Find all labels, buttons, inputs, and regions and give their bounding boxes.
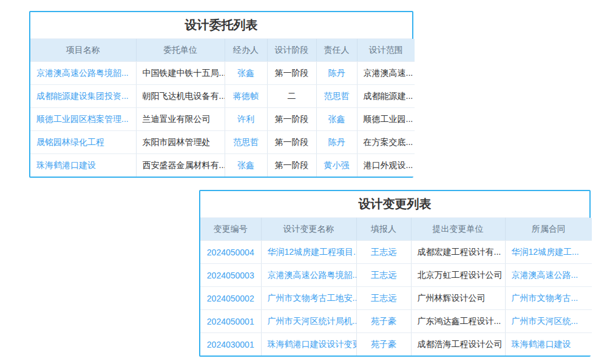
table-row: 京港澳高速公路粤境韶... 中国铁建中铁十五局... 张鑫 第一阶段 陈丹 京港… (30, 62, 415, 85)
col-header-client-unit: 委托单位 (136, 39, 225, 62)
project-name-link[interactable]: 京港澳高速公路粤境韶... (30, 62, 136, 85)
change-name-link[interactable]: 广州市天河区统计局机... (261, 310, 356, 333)
change-no-link[interactable]: 2024030001 (200, 333, 261, 356)
table-row: 珠海鹤港口建设 西安盛器金属材料有... 张鑫 第一阶段 黄小强 港口外观设..… (30, 154, 415, 177)
proposing-unit-cell: 广州林辉设计公司 (411, 287, 505, 310)
change-name-link[interactable]: 华润12城房建工程项目... (261, 241, 356, 264)
handler-link[interactable]: 张鑫 (225, 154, 267, 177)
commission-table: 项目名称 委托单位 经办人 设计阶段 责任人 设计范围 京港澳高速公路粤境韶..… (30, 39, 415, 177)
change-header-row: 变更编号 设计变更名称 填报人 提出变更单位 所属合同 (200, 218, 592, 241)
col-header-change-name: 设计变更名称 (261, 218, 356, 241)
owner-link[interactable]: 陈丹 (316, 62, 357, 85)
col-header-change-no: 变更编号 (200, 218, 261, 241)
client-unit-cell: 兰迪置业有限公司 (136, 108, 225, 131)
design-scope-cell: 顺德工业园... (357, 108, 415, 131)
table-row: 顺德工业园区档案管理... 兰迪置业有限公司 许利 第一阶段 张鑫 顺德工业园.… (30, 108, 415, 131)
reporter-link[interactable]: 王志远 (356, 287, 411, 310)
design-commission-panel: 设计委托列表 项目名称 委托单位 经办人 设计阶段 责任人 设计范围 京港澳高速… (29, 11, 413, 178)
reporter-link[interactable]: 王志远 (356, 241, 411, 264)
col-header-project-name: 项目名称 (30, 39, 136, 62)
proposing-unit-cell: 成都宏建工程设计有... (411, 241, 505, 264)
commission-table-title: 设计委托列表 (30, 12, 412, 39)
design-stage-cell: 第一阶段 (267, 62, 316, 85)
col-header-handler: 经办人 (225, 39, 267, 62)
col-header-reporter: 填报人 (356, 218, 411, 241)
change-name-link[interactable]: 京港澳高速公路粤境韶... (261, 264, 356, 287)
owner-link[interactable]: 黄小强 (316, 154, 357, 177)
contract-link[interactable]: 珠海鹤港口建设 (505, 333, 592, 356)
project-name-link[interactable]: 成都能源建设集团投资... (30, 85, 136, 108)
design-scope-cell: 在方案交底... (357, 131, 415, 154)
project-name-link[interactable]: 珠海鹤港口建设 (30, 154, 136, 177)
proposing-unit-cell: 北京万虹工程设计公司 (411, 264, 505, 287)
design-stage-cell: 二 (267, 85, 316, 108)
table-row: 2024030001 珠海鹤港口建设设计变更 苑子豪 成都浩海工程设计公司 珠海… (200, 333, 592, 356)
change-no-link[interactable]: 2024050002 (200, 287, 261, 310)
project-name-link[interactable]: 晟铭园林绿化工程 (30, 131, 136, 154)
design-stage-cell: 第一阶段 (267, 154, 316, 177)
reporter-link[interactable]: 王志远 (356, 264, 411, 287)
project-name-link[interactable]: 顺德工业园区档案管理... (30, 108, 136, 131)
owner-link[interactable]: 陈丹 (316, 131, 357, 154)
client-unit-cell: 朝阳飞达机电设备有... (136, 85, 225, 108)
reporter-link[interactable]: 苑子豪 (356, 310, 411, 333)
table-row: 2024050003 京港澳高速公路粤境韶... 王志远 北京万虹工程设计公司 … (200, 264, 592, 287)
proposing-unit-cell: 成都浩海工程设计公司 (411, 333, 505, 356)
col-header-owner: 责任人 (316, 39, 357, 62)
table-row: 2024050001 广州市天河区统计局机... 苑子豪 广东鸿达鑫工程设计..… (200, 310, 592, 333)
table-row: 成都能源建设集团投资... 朝阳飞达机电设备有... 蒋德帧 二 范思哲 成都能… (30, 85, 415, 108)
design-scope-cell: 港口外观设... (357, 154, 415, 177)
design-scope-cell: 成都能源建... (357, 85, 415, 108)
col-header-design-scope: 设计范围 (357, 39, 415, 62)
contract-link[interactable]: 华润12城房建工... (505, 241, 592, 264)
contract-link[interactable]: 广州市天河区统... (505, 310, 592, 333)
table-row: 2024050002 广州市文物考古工地安... 王志远 广州林辉设计公司 广州… (200, 287, 592, 310)
client-unit-cell: 东阳市园林管理处 (136, 131, 225, 154)
contract-link[interactable]: 广州市文物考古... (505, 287, 592, 310)
handler-link[interactable]: 许利 (225, 108, 267, 131)
change-no-link[interactable]: 2024050004 (200, 241, 261, 264)
design-stage-cell: 第一阶段 (267, 131, 316, 154)
change-table: 变更编号 设计变更名称 填报人 提出变更单位 所属合同 2024050004 华… (200, 218, 592, 356)
proposing-unit-cell: 广东鸿达鑫工程设计... (411, 310, 505, 333)
design-stage-cell: 第一阶段 (267, 108, 316, 131)
handler-link[interactable]: 范思哲 (225, 131, 267, 154)
contract-link[interactable]: 京港澳高速公路... (505, 264, 592, 287)
change-no-link[interactable]: 2024050003 (200, 264, 261, 287)
design-scope-cell: 京港澳高速... (357, 62, 415, 85)
reporter-link[interactable]: 苑子豪 (356, 333, 411, 356)
col-header-contract: 所属合同 (505, 218, 592, 241)
col-header-design-stage: 设计阶段 (267, 39, 316, 62)
handler-link[interactable]: 张鑫 (225, 62, 267, 85)
col-header-proposing-unit: 提出变更单位 (411, 218, 505, 241)
change-no-link[interactable]: 2024050001 (200, 310, 261, 333)
table-row: 2024050004 华润12城房建工程项目... 王志远 成都宏建工程设计有.… (200, 241, 592, 264)
design-change-panel: 设计变更列表 变更编号 设计变更名称 填报人 提出变更单位 所属合同 20240… (199, 190, 591, 357)
change-name-link[interactable]: 广州市文物考古工地安... (261, 287, 356, 310)
client-unit-cell: 西安盛器金属材料有... (136, 154, 225, 177)
owner-link[interactable]: 范思哲 (316, 85, 357, 108)
change-name-link[interactable]: 珠海鹤港口建设设计变更 (261, 333, 356, 356)
client-unit-cell: 中国铁建中铁十五局... (136, 62, 225, 85)
change-table-title: 设计变更列表 (200, 191, 589, 218)
owner-link[interactable]: 张鑫 (316, 108, 357, 131)
handler-link[interactable]: 蒋德帧 (225, 85, 267, 108)
table-row: 晟铭园林绿化工程 东阳市园林管理处 范思哲 第一阶段 陈丹 在方案交底... (30, 131, 415, 154)
commission-header-row: 项目名称 委托单位 经办人 设计阶段 责任人 设计范围 (30, 39, 415, 62)
